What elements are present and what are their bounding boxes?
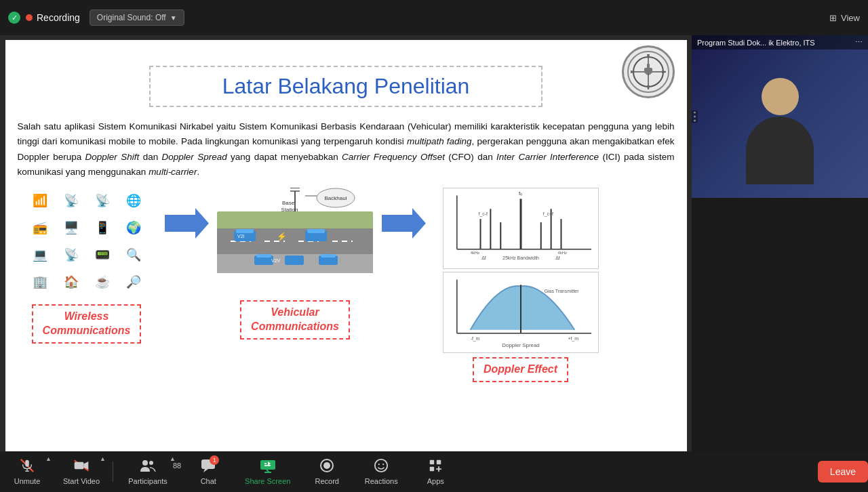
- chat-label: Chat: [201, 477, 216, 485]
- start-video-button[interactable]: Start Video ▲: [54, 451, 108, 492]
- unmute-button[interactable]: Unmute ▲: [0, 451, 54, 492]
- reactions-button[interactable]: Reactions: [354, 451, 408, 492]
- share-screen-label: Share Screen: [245, 477, 290, 485]
- record-icon: [319, 458, 334, 476]
- svg-marker-11: [165, 208, 209, 239]
- top-bar: ✓ Recording Original Sound: Off ▼ ⊞ View: [0, 0, 868, 35]
- road-svg: V2I V2V ⚡: [217, 188, 373, 296]
- original-sound-button[interactable]: Original Sound: Off ▼: [90, 9, 184, 26]
- laptop-icon: 💻: [25, 242, 55, 268]
- wifi-icon: 📶: [25, 188, 55, 213]
- logo: [622, 45, 675, 98]
- freq-chart: f₀ Δf 25kHz Bandwidth Δf f_c-f f_c+f: [443, 188, 599, 269]
- antenna-icon: 📡: [87, 188, 117, 213]
- apps-button[interactable]: Apps: [408, 451, 462, 492]
- router-icon: 🖥️: [56, 215, 86, 241]
- svg-rect-10: [647, 64, 650, 69]
- svg-text:Doppler Spread: Doppler Spread: [502, 342, 540, 348]
- unmute-label: Unmute: [14, 477, 41, 485]
- svg-rect-91: [430, 467, 434, 471]
- svg-text:V2V: V2V: [271, 258, 281, 263]
- svg-text:Δf: Δf: [555, 255, 560, 260]
- more-icon[interactable]: ⋯: [855, 38, 863, 47]
- mobile-icon: 📱: [87, 215, 117, 241]
- doppler-label-box: Doppler Effect: [473, 357, 568, 382]
- broadcast-icon: 📻: [25, 215, 55, 241]
- share-screen-icon: [259, 458, 277, 476]
- doppler-section: f₀ Δf 25kHz Bandwidth Δf f_c-f f_c+f: [439, 188, 602, 382]
- recording-dot: [26, 14, 33, 21]
- video-panel: Program Studi Dok... ik Elektro, ITS ⋯: [692, 35, 868, 198]
- vehicular-section: V2I V2V ⚡: [216, 188, 375, 340]
- svg-point-87: [378, 464, 380, 465]
- person-head: [762, 78, 799, 115]
- svg-rect-20: [236, 229, 254, 233]
- svg-text:f₀: f₀: [519, 190, 522, 197]
- road-diagram: V2I V2V ⚡: [217, 188, 373, 296]
- panel-resize-handle[interactable]: [692, 110, 698, 123]
- view-button[interactable]: ⊞ View: [829, 13, 860, 23]
- slide-title-box: Latar Belakang Penelitian: [149, 66, 542, 107]
- svg-text:-f_m: -f_m: [470, 336, 479, 342]
- svg-rect-72: [75, 462, 84, 469]
- participants-button[interactable]: Participants ▲: [117, 451, 178, 492]
- grid-icon: ⊞: [829, 13, 837, 23]
- start-video-label: Start Video: [63, 477, 100, 485]
- main-area: Latar Belakang Penelitian: [0, 35, 692, 492]
- globe-icon: 🌍: [119, 215, 149, 241]
- video-header: Program Studi Dok... ik Elektro, ITS ⋯: [692, 35, 868, 49]
- svg-rect-23: [307, 229, 325, 233]
- doppler-svg: Doppler Spread -f_m +f_m Gias Transmitte…: [443, 272, 598, 352]
- svg-point-88: [382, 464, 384, 465]
- unmute-caret[interactable]: ▲: [45, 455, 52, 462]
- chat-icon: 1: [200, 458, 216, 476]
- icons-grid: 📶 📡 📡 🌐 📻 🖥️ 📱 🌍 💻 📡 📟 🔍 🏢 🏠 ☕ 🔎: [25, 188, 149, 295]
- coffee-icon: ☕: [87, 269, 117, 295]
- arrow-1: [165, 208, 209, 239]
- record-label: Record: [315, 477, 339, 485]
- person-body: [746, 117, 814, 184]
- svg-point-74: [142, 460, 148, 466]
- leave-button[interactable]: Leave: [818, 461, 868, 483]
- share-screen-button[interactable]: Share Screen: [235, 451, 300, 492]
- home-icon: 🏠: [56, 269, 86, 295]
- device-icon: 📟: [87, 242, 117, 268]
- svg-marker-40: [382, 208, 426, 239]
- svg-text:+f_m: +f_m: [568, 336, 578, 342]
- chat-button[interactable]: 1 Chat: [181, 451, 235, 492]
- record-button[interactable]: Record: [300, 451, 354, 492]
- svg-rect-68: [25, 460, 29, 467]
- svg-point-86: [375, 459, 387, 472]
- svg-rect-25: [256, 254, 271, 258]
- participants-label: Participants: [128, 477, 167, 485]
- svg-text:Δf: Δf: [481, 255, 486, 260]
- recording-label: Recording: [37, 12, 80, 23]
- original-sound-label: Original Sound: Off: [97, 13, 166, 22]
- svg-text:V2I: V2I: [237, 234, 245, 239]
- reactions-icon: [374, 458, 389, 476]
- wireless-section: 📶 📡 📡 🌐 📻 🖥️ 📱 🌍 💻 📡 📟 🔍 🏢 🏠 ☕ 🔎: [16, 188, 158, 344]
- search-icon: 🔎: [119, 269, 149, 295]
- svg-text:Base: Base: [282, 200, 295, 206]
- slide-title: Latar Belakang Penelitian: [222, 74, 470, 98]
- mic-icon: [20, 458, 35, 476]
- video-avatar: [692, 35, 868, 198]
- svg-text:f_c+f: f_c+f: [542, 211, 553, 217]
- reactions-label: Reactions: [365, 477, 398, 485]
- vehicular-label: VehicularCommunications: [251, 306, 339, 332]
- svg-rect-90: [437, 460, 441, 464]
- radar-icon: 🔍: [119, 242, 149, 268]
- apps-label: Apps: [427, 477, 444, 485]
- svg-text:⚡: ⚡: [277, 231, 287, 241]
- chevron-down-icon: ▼: [170, 14, 177, 22]
- logo-svg: [627, 50, 670, 94]
- video-caret[interactable]: ▲: [100, 455, 106, 462]
- video-icon: [73, 458, 90, 476]
- svg-text:Station: Station: [281, 207, 298, 213]
- chat-badge: 1: [210, 455, 219, 465]
- apps-icon: [428, 458, 443, 476]
- svg-point-75: [149, 461, 153, 465]
- participants-caret[interactable]: ▲: [170, 455, 176, 462]
- wifi2-icon: 🌐: [119, 188, 149, 213]
- svg-text:Backhaul: Backhaul: [325, 195, 347, 201]
